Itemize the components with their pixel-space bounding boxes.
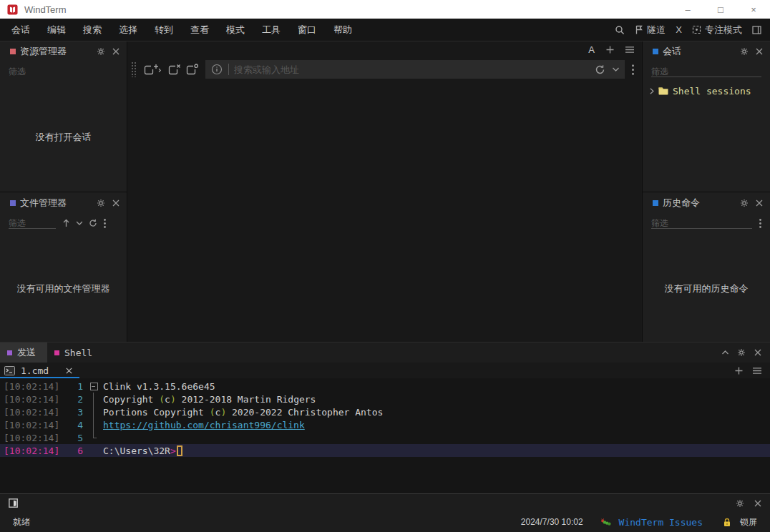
refresh-icon[interactable] bbox=[595, 64, 605, 75]
up-arrow-icon[interactable] bbox=[62, 219, 70, 227]
hamburger-menu-icon[interactable] bbox=[625, 46, 634, 53]
session-filter-input[interactable] bbox=[651, 66, 761, 77]
file-manager-empty-text: 没有可用的文件管理器 bbox=[0, 282, 127, 295]
menu-item-2[interactable]: 搜索 bbox=[74, 19, 110, 41]
gear-icon[interactable] bbox=[740, 199, 749, 207]
info-icon[interactable] bbox=[211, 64, 223, 75]
terminal-line: [10:02:14]6C:\Users\32R> bbox=[0, 444, 770, 457]
tunnel-button[interactable]: 隧道 bbox=[635, 24, 666, 36]
line-number: 1 bbox=[59, 381, 83, 392]
kebab-menu-icon[interactable] bbox=[632, 64, 634, 75]
close-icon[interactable] bbox=[756, 200, 763, 207]
gear-icon[interactable] bbox=[736, 499, 744, 508]
plus-icon[interactable] bbox=[606, 46, 614, 54]
close-icon[interactable] bbox=[112, 200, 120, 207]
plus-icon[interactable] bbox=[735, 367, 743, 375]
chevron-up-icon[interactable] bbox=[722, 350, 728, 355]
close-icon[interactable] bbox=[754, 349, 761, 356]
history-panel-header: 历史命令 bbox=[643, 193, 770, 213]
hamburger-menu-icon[interactable] bbox=[753, 368, 761, 374]
menu-item-7[interactable]: 工具 bbox=[253, 19, 289, 41]
gear-icon[interactable] bbox=[740, 47, 749, 56]
menu-item-6[interactable]: 模式 bbox=[218, 19, 253, 41]
gear-icon[interactable] bbox=[737, 348, 746, 357]
chevron-down-icon[interactable] bbox=[613, 67, 619, 72]
menu-item-8[interactable]: 窗口 bbox=[289, 19, 325, 41]
bottom-dock: 发送Shell 1.cmd bbox=[0, 342, 770, 493]
window-title: WindTerm bbox=[24, 4, 67, 15]
tunnel-label: 隧道 bbox=[647, 24, 666, 36]
minimize-button[interactable]: – bbox=[671, 0, 704, 19]
focus-mode-label: 专注模式 bbox=[705, 24, 742, 36]
status-ready-text: 就绪 bbox=[13, 516, 30, 528]
terminal-link[interactable]: https://github.com/chrisant996/clink bbox=[103, 420, 305, 430]
font-size-button[interactable]: A bbox=[588, 44, 595, 55]
explorer-filter-row bbox=[0, 61, 127, 80]
dock-tab-label: 发送 bbox=[17, 346, 36, 359]
history-filter-input[interactable] bbox=[651, 218, 752, 229]
windterm-issues-link[interactable]: WindTerm Issues bbox=[619, 517, 703, 528]
windterm-mono-logo-icon[interactable] bbox=[9, 498, 19, 508]
gear-icon[interactable] bbox=[97, 199, 105, 207]
session-panel-header: 会话 bbox=[643, 41, 770, 61]
line-content: https://github.com/chrisant996/clink bbox=[103, 420, 305, 430]
new-session-button[interactable] bbox=[144, 64, 162, 76]
keep-session-button[interactable] bbox=[186, 64, 198, 76]
tree-item-shell-sessions[interactable]: Shell sessions bbox=[643, 80, 770, 97]
menu-item-0[interactable]: 会话 bbox=[3, 19, 39, 41]
menu-item-3[interactable]: 选择 bbox=[110, 19, 146, 41]
line-number: 4 bbox=[59, 420, 83, 430]
main-area: 资源管理器 没有打开会话 文件管理器 bbox=[0, 41, 770, 342]
line-content: Copyright (c) 2012-2018 Martin Ridgers bbox=[103, 394, 316, 405]
session-panel-icon bbox=[653, 49, 658, 54]
layout-icon[interactable] bbox=[752, 26, 761, 34]
file-manager-panel: 文件管理器 bbox=[0, 193, 127, 342]
menu-item-5[interactable]: 查看 bbox=[182, 19, 218, 41]
address-bar bbox=[205, 60, 625, 79]
gear-icon[interactable] bbox=[97, 47, 105, 56]
close-icon[interactable] bbox=[756, 48, 763, 55]
kebab-menu-icon[interactable] bbox=[759, 219, 761, 228]
center-toolbar bbox=[128, 59, 641, 80]
right-column: 会话 Shell bbox=[642, 41, 770, 342]
chevron-right-icon[interactable] bbox=[650, 88, 654, 94]
terminal-line: [10:02:14]3Portions Copyright (c) 2020-2… bbox=[0, 405, 770, 418]
explorer-empty-text: 没有打开会话 bbox=[0, 131, 127, 144]
session-panel: 会话 Shell bbox=[643, 41, 770, 192]
file-tab-1cmd[interactable]: 1.cmd bbox=[0, 363, 79, 378]
close-session-button[interactable] bbox=[168, 64, 180, 76]
maximize-button[interactable]: □ bbox=[704, 0, 737, 19]
address-input[interactable] bbox=[228, 64, 595, 75]
dock-tab-icon bbox=[7, 350, 12, 355]
chevron-down-icon[interactable] bbox=[77, 221, 82, 225]
explorer-panel-title: 资源管理器 bbox=[20, 45, 67, 58]
dock-tab-0[interactable]: 发送 bbox=[0, 343, 47, 363]
terminal[interactable]: [10:02:14]1Clink v1.3.15.6e6e45[10:02:14… bbox=[0, 380, 770, 473]
file-manager-filter-row bbox=[0, 213, 127, 232]
menu-item-9[interactable]: 帮助 bbox=[325, 19, 361, 41]
focus-mode-button[interactable]: 专注模式 bbox=[692, 24, 742, 36]
fold-marker-mid bbox=[87, 418, 103, 431]
menu-item-4[interactable]: 转到 bbox=[146, 19, 182, 41]
close-icon[interactable] bbox=[112, 48, 120, 55]
drag-handle[interactable] bbox=[131, 61, 137, 77]
dock-tab-bar: 发送Shell bbox=[0, 343, 770, 363]
close-button[interactable]: × bbox=[737, 0, 770, 19]
dock-tab-1[interactable]: Shell bbox=[47, 343, 104, 363]
terminal-text: 2012-2018 Martin Ridgers bbox=[176, 394, 316, 405]
kebab-menu-icon[interactable] bbox=[104, 219, 106, 228]
search-icon[interactable] bbox=[615, 25, 625, 35]
menu-item-1[interactable]: 编辑 bbox=[39, 19, 74, 41]
line-number: 2 bbox=[59, 394, 83, 405]
line-number: 3 bbox=[59, 407, 83, 418]
terminal-text: c bbox=[165, 394, 170, 405]
lock-screen-button[interactable]: 锁屏 bbox=[740, 516, 757, 528]
fold-marker-start[interactable] bbox=[87, 380, 103, 393]
explorer-filter-input[interactable] bbox=[9, 66, 118, 77]
file-manager-filter-input[interactable] bbox=[9, 218, 56, 229]
x-server-button[interactable]: X bbox=[676, 24, 682, 35]
terminal-text: 2020-2022 Christopher Antos bbox=[226, 407, 383, 418]
close-icon[interactable] bbox=[754, 500, 761, 507]
close-tab-icon[interactable] bbox=[66, 368, 72, 374]
refresh-icon[interactable] bbox=[89, 219, 97, 227]
